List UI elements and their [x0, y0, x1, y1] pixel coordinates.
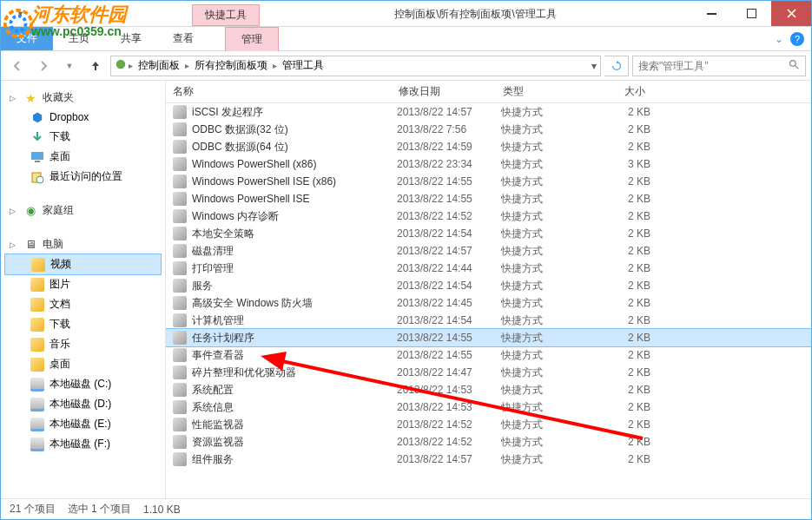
file-list[interactable]: iSCSI 发起程序2013/8/22 14:57快捷方式2 KBODBC 数据…: [166, 103, 811, 498]
sidebar-item[interactable]: ⬢Dropbox: [1, 108, 165, 127]
file-row[interactable]: 系统配置2013/8/22 14:53快捷方式2 KB: [166, 381, 811, 398]
nav-back-button[interactable]: [6, 55, 29, 77]
crumb-2[interactable]: 管理工具: [279, 58, 327, 73]
file-row[interactable]: 本地安全策略2013/8/22 14:54快捷方式2 KB: [166, 225, 811, 242]
nav-forward-button[interactable]: [32, 55, 55, 77]
crumb-1[interactable]: 所有控制面板项: [191, 58, 271, 73]
file-name: Windows PowerShell ISE (x86): [192, 175, 397, 188]
breadcrumb-dropdown-icon[interactable]: ▾: [591, 60, 597, 72]
context-tab[interactable]: 快捷工具: [192, 4, 260, 26]
address-bar: ▼ ▸ 控制面板▸ 所有控制面板项▸ 管理工具 ▾: [1, 51, 811, 81]
file-date: 2013/8/22 14:54: [397, 280, 501, 292]
sidebar-item[interactable]: 本地磁盘 (C:): [1, 374, 165, 394]
file-date: 2013/8/22 14:52: [397, 418, 501, 431]
qat-dropdown-icon[interactable]: ▼: [17, 10, 24, 18]
search-box[interactable]: [632, 56, 806, 76]
help-icon[interactable]: ?: [790, 32, 804, 46]
file-row[interactable]: 组件服务2013/8/22 14:57快捷方式2 KB: [166, 451, 811, 468]
col-date[interactable]: 修改日期: [392, 84, 496, 99]
status-count: 21 个项目: [10, 502, 56, 517]
minimize-button[interactable]: [691, 1, 731, 26]
svg-point-8: [790, 60, 796, 66]
file-name: 磁盘清理: [192, 244, 397, 259]
download-icon: [30, 130, 44, 144]
sidebar-item[interactable]: 桌面: [1, 354, 165, 374]
breadcrumb[interactable]: ▸ 控制面板▸ 所有控制面板项▸ 管理工具 ▾: [110, 56, 601, 76]
file-row[interactable]: Windows PowerShell ISE2013/8/22 14:55快捷方…: [166, 190, 811, 207]
close-button[interactable]: [771, 1, 811, 26]
file-row[interactable]: 计算机管理2013/8/22 14:54快捷方式2 KB: [166, 312, 811, 329]
drive-icon: [30, 438, 44, 451]
file-date: 2013/8/22 14:57: [397, 245, 501, 257]
file-name: iSCSI 发起程序: [192, 105, 397, 120]
nav-up-button[interactable]: [84, 55, 107, 77]
file-row[interactable]: 资源监视器2013/8/22 14:52快捷方式2 KB: [166, 433, 811, 451]
file-row[interactable]: Windows 内存诊断2013/8/22 14:52快捷方式2 KB: [166, 207, 811, 225]
shortcut-icon: [173, 209, 187, 223]
maximize-button[interactable]: [731, 1, 771, 26]
file-row[interactable]: 高级安全 Windows 防火墙2013/8/22 14:45快捷方式2 KB: [166, 294, 811, 312]
file-row[interactable]: ODBC 数据源(64 位)2013/8/22 14:59快捷方式2 KB: [166, 138, 811, 155]
file-row[interactable]: 打印管理2013/8/22 14:44快捷方式2 KB: [166, 260, 811, 277]
sidebar-homegroup[interactable]: ▷◉家庭组: [1, 201, 165, 221]
ribbon-file[interactable]: 文件: [1, 27, 53, 50]
sidebar-item[interactable]: 本地磁盘 (D:): [1, 394, 165, 414]
file-row[interactable]: Windows PowerShell ISE (x86)2013/8/22 14…: [166, 173, 811, 190]
file-size: 2 KB: [597, 210, 657, 222]
computer-icon: 🖥: [23, 238, 37, 252]
ribbon-view[interactable]: 查看: [157, 27, 209, 50]
file-size: 2 KB: [597, 436, 657, 448]
file-row[interactable]: 性能监视器2013/8/22 14:52快捷方式2 KB: [166, 416, 811, 433]
file-date: 2013/8/22 14:55: [397, 349, 501, 361]
sidebar-item[interactable]: 图片: [1, 274, 165, 294]
crumb-0[interactable]: 控制面板: [135, 58, 183, 73]
col-size[interactable]: 大小: [591, 84, 652, 99]
file-row[interactable]: 系统信息2013/8/22 14:53快捷方式2 KB: [166, 398, 811, 416]
shortcut-icon: [173, 157, 187, 171]
ribbon-expand-icon[interactable]: ⌄: [768, 33, 790, 45]
file-name: 事件查看器: [192, 348, 397, 363]
file-row[interactable]: 任务计划程序2013/8/22 14:55快捷方式2 KB: [166, 329, 811, 346]
sidebar-item[interactable]: 下载: [1, 314, 165, 334]
dropbox-icon: ⬢: [30, 110, 44, 124]
file-row[interactable]: 服务2013/8/22 14:54快捷方式2 KB: [166, 277, 811, 294]
sidebar-item[interactable]: 下载: [1, 127, 165, 147]
ribbon-home[interactable]: 主页: [53, 27, 105, 50]
file-row[interactable]: 事件查看器2013/8/22 14:55快捷方式2 KB: [166, 346, 811, 364]
file-name: Windows 内存诊断: [192, 209, 397, 224]
search-input[interactable]: [638, 60, 783, 72]
sidebar-item[interactable]: 最近访问的位置: [1, 167, 165, 187]
sidebar-item[interactable]: 视频: [4, 253, 162, 275]
file-name: 任务计划程序: [192, 331, 397, 346]
titlebar: ▼ 快捷工具 控制面板\所有控制面板项\管理工具: [1, 1, 811, 27]
file-row[interactable]: 碎片整理和优化驱动器2013/8/22 14:47快捷方式2 KB: [166, 364, 811, 381]
file-row[interactable]: iSCSI 发起程序2013/8/22 14:57快捷方式2 KB: [166, 103, 811, 121]
sidebar-item[interactable]: 本地磁盘 (F:): [1, 434, 165, 454]
file-date: 2013/8/22 14:44: [397, 262, 501, 274]
sidebar-item[interactable]: 文档: [1, 294, 165, 314]
file-row[interactable]: 磁盘清理2013/8/22 14:57快捷方式2 KB: [166, 242, 811, 260]
sidebar-computer[interactable]: ▷🖥电脑: [1, 234, 165, 254]
file-date: 2013/8/22 14:52: [397, 210, 501, 222]
sidebar-item[interactable]: 桌面: [1, 147, 165, 167]
drive-icon: [30, 398, 44, 411]
col-name[interactable]: 名称: [166, 84, 392, 99]
file-size: 2 KB: [597, 245, 657, 257]
file-name: 服务: [192, 279, 397, 293]
file-type: 快捷方式: [501, 279, 597, 293]
file-type: 快捷方式: [501, 383, 597, 398]
shortcut-icon: [173, 279, 187, 293]
sidebar-favorites[interactable]: ▷★收藏夹: [1, 88, 165, 108]
file-row[interactable]: Windows PowerShell (x86)2013/8/22 23:34快…: [166, 155, 811, 173]
star-icon: ★: [23, 91, 37, 105]
col-type[interactable]: 类型: [496, 84, 591, 99]
sidebar-item[interactable]: 音乐: [1, 334, 165, 354]
file-row[interactable]: ODBC 数据源(32 位)2013/8/22 7:56快捷方式2 KB: [166, 121, 811, 138]
ribbon-manage[interactable]: 管理: [225, 27, 279, 51]
folder-icon: [30, 318, 44, 332]
sidebar-item[interactable]: 本地磁盘 (E:): [1, 414, 165, 434]
refresh-button[interactable]: [604, 56, 629, 76]
nav-recent-button[interactable]: ▼: [58, 55, 81, 77]
ribbon-share[interactable]: 共享: [105, 27, 157, 50]
folder-icon: [30, 338, 44, 352]
